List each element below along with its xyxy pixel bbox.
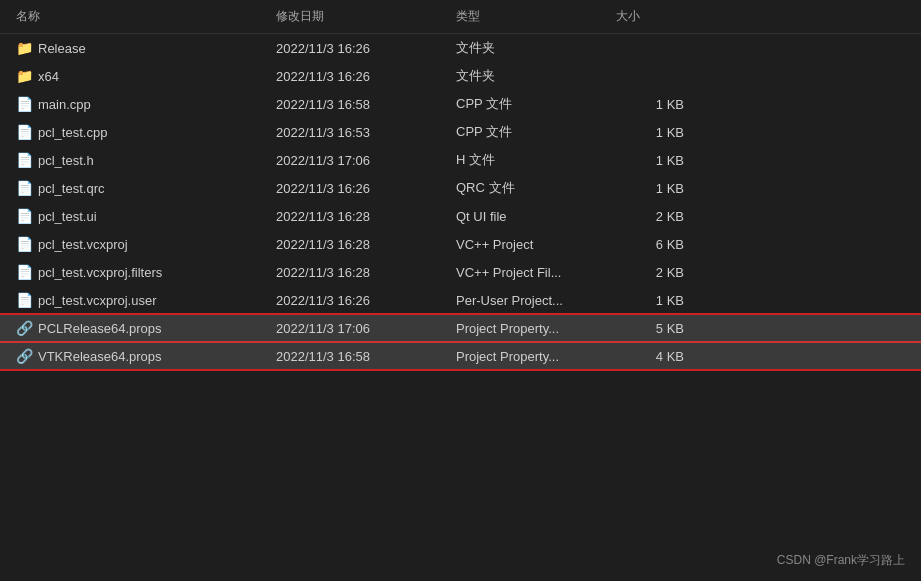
file-name: PCLRelease64.props [38, 321, 162, 336]
file-name-cell: 📄pcl_test.vcxproj.filters [10, 262, 270, 282]
file-name-cell: 📄pcl_test.cpp [10, 122, 270, 142]
header-date[interactable]: 修改日期 [270, 4, 450, 29]
file-size [610, 46, 690, 50]
table-row[interactable]: 📁x642022/11/3 16:26文件夹 [0, 62, 921, 90]
file-name-cell: 📁x64 [10, 66, 270, 86]
file-name: pcl_test.h [38, 153, 94, 168]
file-date: 2022/11/3 16:58 [270, 347, 450, 366]
file-name: pcl_test.vcxproj.filters [38, 265, 162, 280]
table-row[interactable]: 📄pcl_test.qrc2022/11/3 16:26QRC 文件1 KB [0, 174, 921, 202]
file-size: 2 KB [610, 207, 690, 226]
cpp-icon: 📄 [16, 124, 32, 140]
file-size: 5 KB [610, 319, 690, 338]
file-date: 2022/11/3 16:28 [270, 263, 450, 282]
file-type: QRC 文件 [450, 177, 610, 199]
file-name-cell: 📄pcl_test.vcxproj.user [10, 290, 270, 310]
file-size: 1 KB [610, 123, 690, 142]
file-type: Project Property... [450, 347, 610, 366]
file-size: 1 KB [610, 291, 690, 310]
file-name-cell: 🔗VTKRelease64.props [10, 346, 270, 366]
file-type: Project Property... [450, 319, 610, 338]
file-type: CPP 文件 [450, 121, 610, 143]
file-size [610, 74, 690, 78]
file-date: 2022/11/3 16:28 [270, 207, 450, 226]
file-name: Release [38, 41, 86, 56]
file-name: pcl_test.ui [38, 209, 97, 224]
table-row[interactable]: 📄pcl_test.vcxproj.user2022/11/3 16:26Per… [0, 286, 921, 314]
file-name: pcl_test.vcxproj [38, 237, 128, 252]
file-name: pcl_test.cpp [38, 125, 107, 140]
file-date: 2022/11/3 16:53 [270, 123, 450, 142]
file-explorer: 名称 修改日期 类型 大小 📁Release2022/11/3 16:26文件夹… [0, 0, 921, 581]
file-name: pcl_test.vcxproj.user [38, 293, 157, 308]
folder-icon: 📁 [16, 40, 32, 56]
table-row[interactable]: 📄pcl_test.cpp2022/11/3 16:53CPP 文件1 KB [0, 118, 921, 146]
vcxproj-icon: 📄 [16, 236, 32, 252]
file-date: 2022/11/3 17:06 [270, 151, 450, 170]
file-name-cell: 📄pcl_test.qrc [10, 178, 270, 198]
file-type: VC++ Project Fil... [450, 263, 610, 282]
table-row[interactable]: 🔗PCLRelease64.props2022/11/3 17:06Projec… [0, 314, 921, 342]
ui-icon: 📄 [16, 208, 32, 224]
file-name: main.cpp [38, 97, 91, 112]
header-type[interactable]: 类型 [450, 4, 610, 29]
file-size: 6 KB [610, 235, 690, 254]
file-size: 1 KB [610, 179, 690, 198]
header-size[interactable]: 大小 [610, 4, 690, 29]
file-name-cell: 📄pcl_test.vcxproj [10, 234, 270, 254]
file-name-cell: 📄main.cpp [10, 94, 270, 114]
table-row[interactable]: 🔗VTKRelease64.props2022/11/3 16:58Projec… [0, 342, 921, 370]
file-size: 1 KB [610, 151, 690, 170]
file-type: Per-User Project... [450, 291, 610, 310]
table-row[interactable]: 📄pcl_test.ui2022/11/3 16:28Qt UI file2 K… [0, 202, 921, 230]
table-row[interactable]: 📄pcl_test.vcxproj.filters2022/11/3 16:28… [0, 258, 921, 286]
header-name[interactable]: 名称 [10, 4, 270, 29]
folder-icon: 📁 [16, 68, 32, 84]
file-date: 2022/11/3 16:26 [270, 39, 450, 58]
props-icon: 🔗 [16, 320, 32, 336]
file-date: 2022/11/3 16:26 [270, 179, 450, 198]
file-size: 2 KB [610, 263, 690, 282]
file-name-cell: 📄pcl_test.h [10, 150, 270, 170]
file-name: pcl_test.qrc [38, 181, 104, 196]
table-row[interactable]: 📄main.cpp2022/11/3 16:58CPP 文件1 KB [0, 90, 921, 118]
props-icon: 🔗 [16, 348, 32, 364]
file-name: VTKRelease64.props [38, 349, 162, 364]
file-name-cell: 🔗PCLRelease64.props [10, 318, 270, 338]
table-header: 名称 修改日期 类型 大小 [0, 0, 921, 34]
file-date: 2022/11/3 16:26 [270, 291, 450, 310]
cpp-icon: 📄 [16, 96, 32, 112]
watermark: CSDN @Frank学习路上 [777, 552, 905, 569]
file-type: CPP 文件 [450, 93, 610, 115]
file-type: VC++ Project [450, 235, 610, 254]
file-type: 文件夹 [450, 65, 610, 87]
file-name: x64 [38, 69, 59, 84]
file-type: Qt UI file [450, 207, 610, 226]
qrc-icon: 📄 [16, 180, 32, 196]
table-row[interactable]: 📄pcl_test.vcxproj2022/11/3 16:28VC++ Pro… [0, 230, 921, 258]
file-date: 2022/11/3 16:58 [270, 95, 450, 114]
file-size: 1 KB [610, 95, 690, 114]
file-date: 2022/11/3 16:28 [270, 235, 450, 254]
h-icon: 📄 [16, 152, 32, 168]
user-icon: 📄 [16, 292, 32, 308]
file-name-cell: 📄pcl_test.ui [10, 206, 270, 226]
file-size: 4 KB [610, 347, 690, 366]
file-type: H 文件 [450, 149, 610, 171]
table-row[interactable]: 📁Release2022/11/3 16:26文件夹 [0, 34, 921, 62]
file-list: 📁Release2022/11/3 16:26文件夹📁x642022/11/3 … [0, 34, 921, 581]
file-date: 2022/11/3 16:26 [270, 67, 450, 86]
vcxproj-icon: 📄 [16, 264, 32, 280]
file-name-cell: 📁Release [10, 38, 270, 58]
table-row[interactable]: 📄pcl_test.h2022/11/3 17:06H 文件1 KB [0, 146, 921, 174]
file-date: 2022/11/3 17:06 [270, 319, 450, 338]
file-type: 文件夹 [450, 37, 610, 59]
